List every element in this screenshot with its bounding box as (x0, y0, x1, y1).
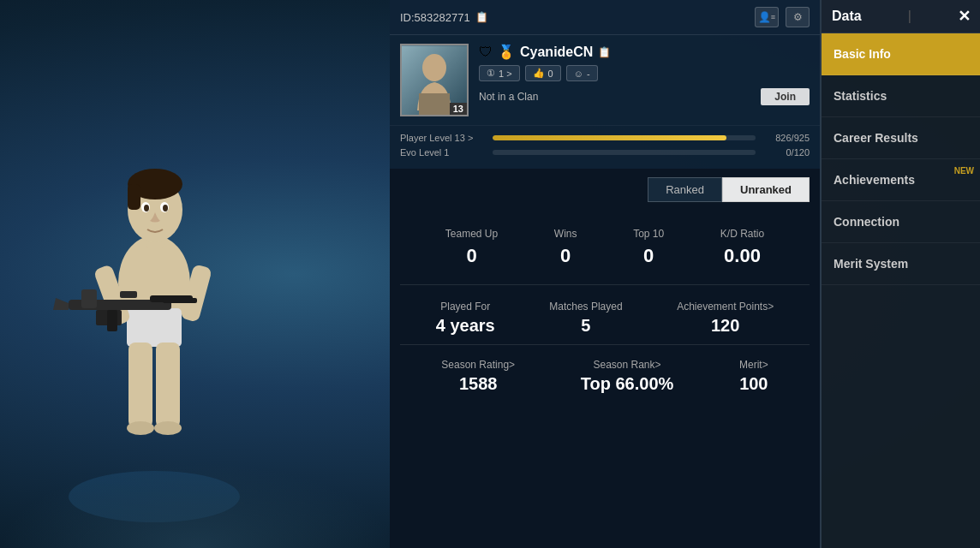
evo-level-value: 0/120 (762, 147, 810, 158)
level-text: 1 > (499, 68, 512, 79)
svg-rect-10 (128, 184, 140, 210)
player-level-row: Player Level 13 > 826/925 (400, 133, 810, 143)
player-id: ID:583282771 📋 (400, 11, 488, 24)
evo-level-label: Evo Level 1 (400, 147, 486, 158)
stats-bottom-row: Played For 4 years Matches Played 5 Achi… (400, 285, 810, 345)
stat-matches: Matches Played 5 (549, 301, 622, 336)
sidebar-item-connection[interactable]: Connection (822, 201, 980, 243)
statistics-label: Statistics (834, 89, 887, 103)
copy-username-icon[interactable]: 📋 (598, 46, 611, 58)
thumbs-value: 0 (548, 68, 553, 79)
svg-rect-18 (81, 289, 97, 308)
right-sidebar: Data | ✕ Basic Info Statistics Career Re… (820, 0, 980, 548)
stat-matches-value: 5 (549, 316, 622, 336)
profile-header: 13 🛡 🏅 CyanideCN 📋 ① 1 > 👍 0 (390, 35, 820, 125)
sidebar-item-statistics[interactable]: Statistics (822, 75, 980, 117)
sidebar-item-achievements[interactable]: Achievements NEW (822, 159, 980, 201)
level-icon: ① (487, 68, 495, 79)
stats-top-row: Teamed Up 0 Wins 0 Top 10 0 K/D Ratio 0.… (400, 219, 810, 285)
new-badge: NEW (954, 166, 974, 176)
clan-text: Not in a Clan (479, 91, 538, 103)
level-action-btn[interactable]: ① 1 > (479, 65, 520, 81)
stat-achievements-value: 120 (677, 316, 774, 336)
connection-label: Connection (834, 215, 899, 229)
avatar-box: 13 (400, 44, 469, 116)
stat-top10-value: 0 (633, 245, 664, 267)
avatar-level: 13 (450, 103, 467, 115)
stat-season-rank[interactable]: Season Rank> Top 66.00% (581, 359, 674, 394)
friends-icon-btn[interactable]: 👤≡ (755, 7, 779, 27)
stat-merit[interactable]: Merit> 100 (739, 359, 768, 394)
close-button[interactable]: ✕ (958, 7, 971, 26)
svg-point-14 (163, 205, 168, 211)
stat-season-rank-label: Season Rank> (581, 359, 674, 371)
username: CyanideCN (520, 45, 593, 60)
evo-level-row: Evo Level 1 0/120 (400, 147, 810, 158)
stat-played-for-label: Played For (436, 301, 495, 313)
svg-point-5 (127, 421, 154, 435)
stat-merit-value: 100 (739, 374, 768, 394)
svg-rect-2 (127, 308, 182, 347)
thumbs-action-btn[interactable]: 👍 0 (525, 65, 561, 81)
sidebar-item-career-results[interactable]: Career Results (822, 117, 980, 159)
id-bar: ID:583282771 📋 👤≡ ⚙ (390, 0, 820, 35)
evo-level-bar (493, 150, 756, 155)
stat-wins-value: 0 (554, 245, 577, 267)
stat-teamed-up-value: 0 (445, 245, 498, 267)
username-row: 🛡 🏅 CyanideCN 📋 (479, 44, 810, 60)
stat-achievements-label: Achievement Points> (677, 301, 774, 313)
character-figure (17, 17, 291, 531)
shield-icon: 🛡 (479, 45, 493, 60)
basic-info-label: Basic Info (834, 47, 891, 61)
stat-season-rating[interactable]: Season Rating> 1588 (441, 359, 515, 394)
ranked-tab[interactable]: Ranked (648, 177, 722, 202)
list-icon: ≡ (771, 13, 775, 21)
emote-action-btn[interactable]: ☺ - (566, 65, 598, 81)
copy-id-icon[interactable]: 📋 (475, 11, 488, 23)
stat-merit-label: Merit> (739, 359, 768, 371)
sidebar-item-merit-system[interactable]: Merit System (822, 243, 980, 285)
career-results-label: Career Results (834, 131, 918, 145)
sidebar-header: Data | ✕ (822, 0, 980, 33)
stat-kd: K/D Ratio 0.00 (720, 228, 764, 267)
emote-icon: ☺ (574, 68, 583, 79)
profile-info: 🛡 🏅 CyanideCN 📋 ① 1 > 👍 0 ☺ (479, 44, 810, 116)
stat-kd-label: K/D Ratio (720, 228, 764, 240)
stats-tabs: Ranked Unranked (390, 169, 820, 202)
merit-system-label: Merit System (834, 257, 908, 271)
sidebar-item-basic-info[interactable]: Basic Info (822, 33, 980, 75)
svg-rect-26 (419, 93, 450, 115)
friends-icon: 👤 (758, 11, 771, 23)
clan-row: Not in a Clan Join (479, 88, 810, 105)
stat-kd-value: 0.00 (720, 245, 764, 267)
sidebar-title: Data (832, 9, 862, 24)
settings-icon-btn[interactable]: ⚙ (786, 7, 810, 27)
gear-icon: ⚙ (793, 11, 803, 23)
stat-matches-label: Matches Played (549, 301, 622, 313)
stat-teamed-up-label: Teamed Up (445, 228, 498, 240)
stat-played-for: Played For 4 years (436, 301, 495, 336)
stat-teamed-up: Teamed Up 0 (445, 228, 498, 267)
stats-last-row: Season Rating> 1588 Season Rank> Top 66.… (400, 345, 810, 394)
stat-season-rating-label: Season Rating> (441, 359, 515, 371)
stat-wins-label: Wins (554, 228, 577, 240)
achievements-label: Achievements (834, 173, 915, 187)
action-row: ① 1 > 👍 0 ☺ - (479, 65, 810, 81)
svg-point-13 (144, 205, 149, 211)
stat-wins: Wins 0 (554, 228, 577, 267)
stat-achievements[interactable]: Achievement Points> 120 (677, 301, 774, 336)
join-clan-button[interactable]: Join (761, 88, 810, 105)
stat-season-rank-value: Top 66.00% (581, 374, 674, 394)
progress-area: Player Level 13 > 826/925 Evo Level 1 0/… (390, 125, 820, 169)
player-level-label: Player Level 13 > (400, 133, 486, 143)
emote-value: - (587, 68, 590, 79)
profile-panel: ID:583282771 📋 👤≡ ⚙ (390, 0, 820, 548)
svg-rect-4 (156, 342, 180, 428)
svg-point-6 (154, 421, 182, 435)
stat-top10-label: Top 10 (633, 228, 664, 240)
character-area (0, 0, 394, 548)
stat-top10: Top 10 0 (633, 228, 664, 267)
main-panel: ID:583282771 📋 👤≡ ⚙ (390, 0, 980, 548)
unranked-tab[interactable]: Unranked (722, 177, 810, 202)
player-level-value: 826/925 (762, 133, 810, 143)
